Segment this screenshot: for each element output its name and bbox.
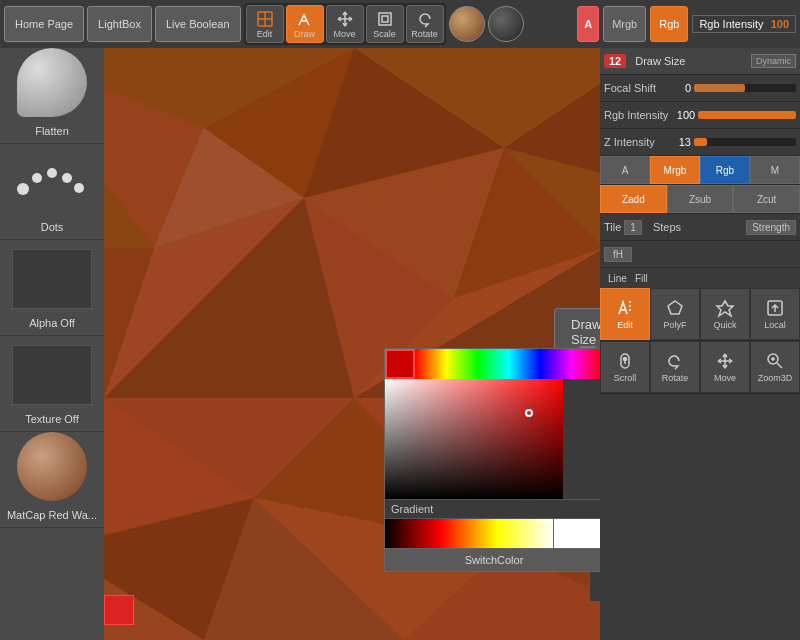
- sidebar-item-flatten[interactable]: Flatten: [0, 48, 104, 144]
- z-intensity-row: Z Intensity 13: [600, 129, 800, 155]
- tile-value-button[interactable]: 1: [624, 220, 642, 235]
- fh-row: fH: [600, 241, 800, 267]
- rotate-tool-button[interactable]: Rotate: [650, 341, 700, 393]
- rgb-intensity-row: Rgb Intensity 100: [600, 102, 800, 128]
- gradient-white[interactable]: [553, 519, 600, 548]
- sidebar-item-texture-off[interactable]: Texture Off: [0, 336, 104, 432]
- current-color-indicator[interactable]: [385, 349, 415, 379]
- rp-m-button[interactable]: M: [750, 156, 800, 184]
- rotate-tool-label: Rotate: [662, 373, 689, 383]
- focal-shift-row: Focal Shift 0: [600, 75, 800, 101]
- edit-tool-button[interactable]: Edit: [600, 288, 650, 340]
- rgb-button[interactable]: Rgb: [650, 6, 688, 42]
- draw-size-number[interactable]: 12: [604, 54, 626, 68]
- rp-a-button[interactable]: A: [600, 156, 650, 184]
- color-a-button[interactable]: A: [577, 6, 599, 42]
- draw-size-label: Draw Size: [635, 55, 685, 67]
- local-tool-label: Local: [764, 320, 786, 330]
- polyf-tool-label: PolyF: [663, 320, 686, 330]
- move-button[interactable]: Move: [326, 5, 364, 43]
- sidebar-item-alpha-off[interactable]: Alpha Off: [0, 240, 104, 336]
- rgb-intensity-slider[interactable]: [698, 111, 796, 119]
- sphere-material-button[interactable]: [449, 6, 485, 42]
- left-sidebar: Flatten Dots Alpha Off Texture Off MatCa…: [0, 48, 104, 640]
- steps-label: Steps: [653, 221, 681, 233]
- matcap-button[interactable]: [488, 6, 524, 42]
- z-intensity-slider[interactable]: [694, 138, 796, 146]
- zoom3d-tool-label: Zoom3D: [758, 373, 793, 383]
- color-aside: [563, 379, 600, 499]
- quick-tool-button[interactable]: Quick: [700, 288, 750, 340]
- fh-button[interactable]: fH: [604, 247, 632, 262]
- switch-color-button[interactable]: SwitchColor: [385, 548, 600, 571]
- nav-row: Scroll Rotate Move: [600, 341, 800, 393]
- edit-draw-group: Edit Draw Move Scale: [244, 3, 446, 45]
- gradient-label: Gradient: [385, 499, 600, 518]
- rp-mrgb-button[interactable]: Mrgb: [650, 156, 700, 184]
- color-section: A Mrgb Rgb Rgb Intensity 100: [577, 6, 796, 42]
- focal-shift-slider[interactable]: [694, 84, 796, 92]
- alpha-off-label: Alpha Off: [29, 317, 75, 329]
- polyf-tool-button[interactable]: PolyF: [650, 288, 700, 340]
- draw-size-section: 12 Draw Size Dynamic: [600, 48, 800, 75]
- svg-point-40: [624, 358, 627, 361]
- focal-shift-section: Focal Shift 0: [600, 75, 800, 102]
- strength-button[interactable]: Strength: [746, 220, 796, 235]
- fh-section: fH: [600, 241, 800, 268]
- dynamic-button[interactable]: Dynamic: [751, 54, 796, 68]
- zadd-button[interactable]: Zadd: [600, 185, 667, 213]
- move-tool-label: Move: [714, 373, 736, 383]
- canvas-area[interactable]: Draw Size S Gradient SwitchColor: [104, 48, 600, 640]
- z-intensity-value: 13: [667, 136, 691, 148]
- draw-button[interactable]: Draw: [286, 5, 324, 43]
- rp-rgb-button[interactable]: Rgb: [700, 156, 750, 184]
- scroll-tool-button[interactable]: Scroll: [600, 341, 650, 393]
- local-tool-button[interactable]: Local: [750, 288, 800, 340]
- rgb-intensity-rp-label: Rgb Intensity: [604, 109, 668, 121]
- right-panel: 12 Draw Size Dynamic Focal Shift 0 Rgb I…: [600, 48, 800, 640]
- saturation-value-picker[interactable]: [385, 379, 565, 499]
- rgb-intensity-value: 100: [771, 18, 789, 30]
- zoom3d-tool-button[interactable]: Zoom3D: [750, 341, 800, 393]
- zadd-section: Zadd Zsub Zcut: [600, 185, 800, 214]
- move-label: Move: [334, 29, 356, 39]
- svg-marker-36: [668, 301, 682, 314]
- main-area: Flatten Dots Alpha Off Texture Off MatCa…: [0, 48, 800, 640]
- nav-tools-section: Scroll Rotate Move: [600, 341, 800, 394]
- flatten-label: Flatten: [35, 125, 69, 137]
- texture-off-preview: [12, 345, 92, 405]
- line-fill-section: Line Fill Edit PolyF: [600, 268, 800, 341]
- homepage-button[interactable]: Home Page: [4, 6, 84, 42]
- draw-size-row: 12 Draw Size Dynamic: [600, 48, 800, 74]
- flatten-preview: [17, 48, 87, 117]
- quick-tool-label: Quick: [713, 320, 736, 330]
- z-intensity-label: Z Intensity: [604, 136, 664, 148]
- dots-preview: [12, 153, 92, 213]
- zadd-row: Zadd Zsub Zcut: [600, 185, 800, 213]
- color-picker-panel: Gradient SwitchColor: [384, 348, 600, 572]
- edit-label: Edit: [257, 29, 273, 39]
- sidebar-item-matcap[interactable]: MatCap Red Wa...: [0, 432, 104, 528]
- gradient-spectrum[interactable]: [385, 519, 553, 548]
- amrgb-section: A Mrgb Rgb M: [600, 156, 800, 185]
- color-picker-top: [385, 349, 600, 379]
- liveboolean-button[interactable]: Live Boolean: [155, 6, 241, 42]
- zcut-button[interactable]: Zcut: [733, 185, 800, 213]
- small-color-swatch[interactable]: [104, 595, 134, 625]
- zsub-button[interactable]: Zsub: [667, 185, 734, 213]
- rotate-label: Rotate: [411, 29, 438, 39]
- tools-row: Edit PolyF Quick: [600, 288, 800, 340]
- fill-label: Fill: [631, 271, 652, 286]
- focal-shift-label: Focal Shift: [604, 82, 664, 94]
- rotate-button[interactable]: Rotate: [406, 5, 444, 43]
- scroll-tool-label: Scroll: [614, 373, 637, 383]
- mrgb-button[interactable]: Mrgb: [603, 6, 646, 42]
- svg-line-42: [777, 363, 782, 368]
- move-tool-button[interactable]: Move: [700, 341, 750, 393]
- hue-bar[interactable]: [415, 349, 600, 379]
- edit-button[interactable]: Edit: [246, 5, 284, 43]
- lightbox-button[interactable]: LightBox: [87, 6, 152, 42]
- draw-label: Draw: [294, 29, 315, 39]
- scale-button[interactable]: Scale: [366, 5, 404, 43]
- sidebar-item-dots[interactable]: Dots: [0, 144, 104, 240]
